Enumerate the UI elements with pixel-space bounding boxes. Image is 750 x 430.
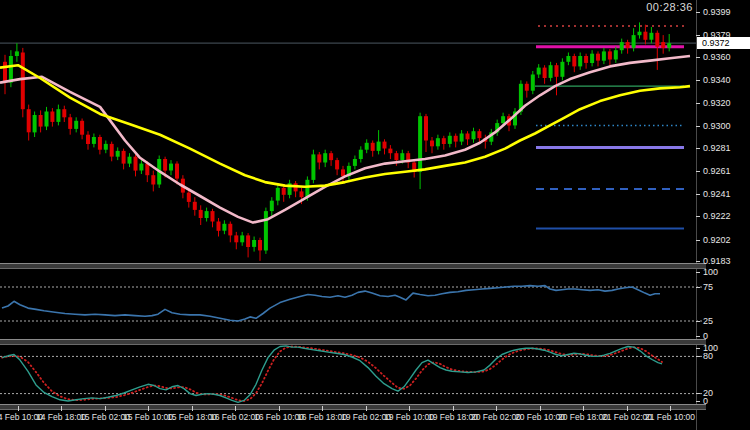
rsi-axis-label-tick (696, 321, 700, 322)
price-axis-label-tick (696, 103, 700, 104)
price-axis-label: 0.9202 (703, 235, 731, 245)
rsi-axis-label-tick (696, 287, 700, 288)
time-axis-tick (583, 406, 584, 411)
stoch-axis-label-tick (696, 401, 700, 402)
price-axis-label-tick (696, 57, 700, 58)
panel-separator[interactable] (0, 339, 706, 345)
price-axis[interactable]: 0.9372 0.93990.93790.93600.93400.93200.9… (697, 0, 750, 430)
price-axis-label-tick (696, 194, 700, 195)
rsi-axis-label: 75 (703, 282, 713, 292)
price-axis-label-tick (696, 35, 700, 36)
rsi-axis-label-tick (696, 336, 700, 337)
price-axis-label: 0.9183 (703, 256, 731, 266)
time-axis-tick (235, 406, 236, 411)
price-axis-label-tick (696, 216, 700, 217)
time-axis-label: 21 Feb 10:00 (638, 412, 702, 422)
time-axis[interactable]: 14 Feb 10:0014 Feb 18:0015 Feb 02:0015 F… (0, 404, 750, 430)
price-axis-label: 0.9241 (703, 189, 731, 199)
price-axis-label-tick (696, 148, 700, 149)
rsi-axis-label-tick (696, 272, 700, 273)
rsi-axis-label: 0 (703, 331, 708, 341)
candle-countdown-timer: 00:28:36 (646, 1, 693, 13)
price-axis-label: 0.9300 (703, 121, 731, 131)
current-price-label: 0.9372 (697, 37, 750, 49)
rsi-axis-label: 25 (703, 316, 713, 326)
rsi-axis-label: 100 (703, 267, 718, 277)
time-axis-tick (148, 406, 149, 411)
time-axis-tick (18, 406, 19, 411)
time-axis-tick (61, 406, 62, 411)
time-axis-tick (453, 406, 454, 411)
price-axis-label-tick (696, 126, 700, 127)
time-axis-tick (192, 406, 193, 411)
price-axis-label: 0.9399 (703, 7, 731, 17)
price-axis-label-tick (696, 240, 700, 241)
price-axis-label: 0.9222 (703, 211, 731, 221)
stoch-axis-label-tick (696, 356, 700, 357)
main-chart[interactable] (0, 0, 750, 430)
price-axis-label: 0.9360 (703, 52, 731, 62)
time-axis-tick (409, 406, 410, 411)
trading-chart-window: 00:28:36 0.9372 0.93990.93790.93600.9340… (0, 0, 750, 430)
price-axis-label: 0.9340 (703, 75, 731, 85)
time-axis-tick (279, 406, 280, 411)
time-axis-tick (540, 406, 541, 411)
stoch-axis-label-tick (696, 393, 700, 394)
time-axis-tick (322, 406, 323, 411)
price-axis-label: 0.9320 (703, 98, 731, 108)
price-axis-label-tick (696, 80, 700, 81)
time-axis-tick (670, 406, 671, 411)
price-axis-label-tick (696, 261, 700, 262)
time-axis-tick (105, 406, 106, 411)
panel-separator[interactable] (0, 263, 706, 269)
stoch-axis-label: 80 (703, 351, 713, 361)
price-axis-label: 0.9261 (703, 166, 731, 176)
price-axis-label: 0.9281 (703, 143, 731, 153)
price-axis-label-tick (696, 12, 700, 13)
time-axis-tick (627, 406, 628, 411)
time-axis-tick (496, 406, 497, 411)
stoch-axis-label-tick (696, 348, 700, 349)
price-axis-label-tick (696, 171, 700, 172)
time-axis-tick (366, 406, 367, 411)
